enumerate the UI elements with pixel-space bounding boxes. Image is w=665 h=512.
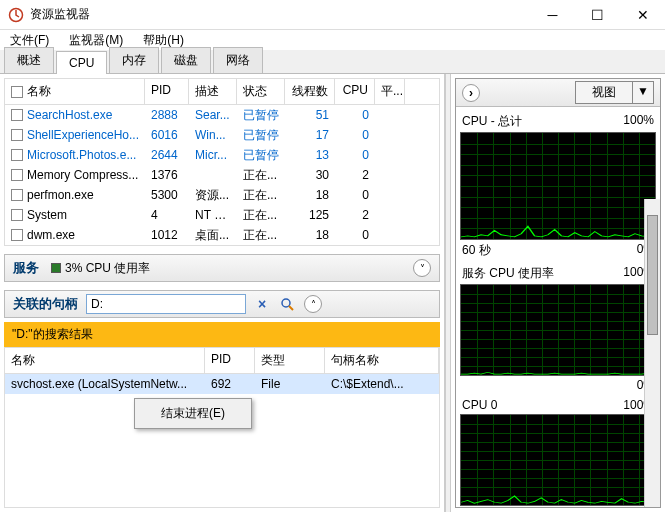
row-checkbox[interactable] [11, 129, 23, 141]
graph-canvas [460, 414, 656, 506]
right-panel: 视图 ▼ CPU - 总计100%60 秒0%服务 CPU 使用率100%0%C… [455, 78, 661, 508]
window-title: 资源监视器 [30, 6, 530, 23]
tab-network[interactable]: 网络 [213, 47, 263, 73]
dropdown-arrow-icon: ▼ [633, 81, 654, 104]
check-all[interactable] [11, 86, 23, 98]
graph-block: 服务 CPU 使用率100%0% [460, 263, 656, 394]
col-desc[interactable]: 描述 [189, 79, 237, 104]
row-checkbox[interactable] [11, 229, 23, 241]
hcol-name[interactable]: 名称 [5, 348, 205, 373]
context-menu-end-process[interactable]: 结束进程(E) [137, 401, 249, 426]
view-dropdown[interactable]: 视图 ▼ [575, 81, 654, 104]
graph-block: CPU - 总计100%60 秒0% [460, 111, 656, 261]
graph-title: CPU - 总计 [462, 113, 522, 130]
tab-overview[interactable]: 概述 [4, 47, 54, 73]
menubar: 文件(F) 监视器(M) 帮助(H) [0, 30, 665, 50]
services-section-header[interactable]: 服务 3% CPU 使用率 [4, 254, 440, 282]
table-row[interactable]: ShellExperienceHo...6016Win...已暂停170 [5, 125, 439, 145]
splitter[interactable] [445, 74, 451, 512]
chevron-up-icon[interactable]: ˄ [304, 295, 322, 313]
services-stat: 3% CPU 使用率 [51, 260, 150, 277]
graph-max: 100% [623, 113, 654, 130]
close-button[interactable]: ✕ [620, 0, 665, 30]
process-table: 名称 PID 描述 状态 线程数 CPU 平... SearchHost.exe… [4, 78, 440, 246]
row-checkbox[interactable] [11, 209, 23, 221]
scrollbar-thumb[interactable] [647, 215, 658, 335]
row-checkbox[interactable] [11, 169, 23, 181]
table-row[interactable]: Microsoft.Photos.e...2644Micr...已暂停130 [5, 145, 439, 165]
hcol-type[interactable]: 类型 [255, 348, 325, 373]
graph-canvas [460, 132, 656, 240]
left-panel: 名称 PID 描述 状态 线程数 CPU 平... SearchHost.exe… [0, 74, 445, 512]
graph-block: CPU 0100% [460, 396, 656, 506]
clear-search-icon[interactable]: × [254, 296, 270, 312]
context-menu: 结束进程(E) [134, 398, 252, 429]
graph-title: 服务 CPU 使用率 [462, 265, 554, 282]
table-row[interactable]: perfmon.exe5300资源...正在...180 [5, 185, 439, 205]
stat-color-box [51, 263, 61, 273]
graph-title: CPU 0 [462, 398, 497, 412]
scrollbar-vertical[interactable] [644, 199, 660, 507]
handle-search-input[interactable] [86, 294, 246, 314]
search-icon[interactable] [278, 295, 296, 313]
titlebar: 资源监视器 ─ ☐ ✕ [0, 0, 665, 30]
svg-point-1 [282, 299, 290, 307]
tab-cpu[interactable]: CPU [56, 51, 107, 74]
table-row[interactable]: System4NT K...正在...1252 [5, 205, 439, 225]
handles-section-header: 关联的句柄 × ˄ [4, 290, 440, 318]
row-checkbox[interactable] [11, 189, 23, 201]
collapse-right-icon[interactable] [462, 84, 480, 102]
col-cpu[interactable]: CPU [335, 79, 375, 104]
tabbar: 概述 CPU 内存 磁盘 网络 [0, 50, 665, 74]
table-row[interactable]: dwm.exe1012桌面...正在...180 [5, 225, 439, 245]
row-checkbox[interactable] [11, 109, 23, 121]
tab-disk[interactable]: 磁盘 [161, 47, 211, 73]
row-checkbox[interactable] [11, 149, 23, 161]
col-avg[interactable]: 平... [375, 79, 405, 104]
col-status[interactable]: 状态 [237, 79, 285, 104]
graph-canvas [460, 284, 656, 376]
table-row[interactable]: svchost.exe (LocalSystemNetw...692FileC:… [5, 374, 439, 394]
minimize-button[interactable]: ─ [530, 0, 575, 30]
handles-title: 关联的句柄 [13, 295, 78, 313]
maximize-button[interactable]: ☐ [575, 0, 620, 30]
right-panel-header: 视图 ▼ [456, 79, 660, 107]
col-pid[interactable]: PID [145, 79, 189, 104]
table-row[interactable]: SearchHost.exe2888Sear...已暂停510 [5, 105, 439, 125]
col-name[interactable]: 名称 [27, 83, 51, 100]
graph-xlabel: 60 秒 [462, 242, 491, 259]
table-row[interactable]: Memory Compress...1376正在...302 [5, 165, 439, 185]
hcol-hname[interactable]: 句柄名称 [325, 348, 439, 373]
tab-memory[interactable]: 内存 [109, 47, 159, 73]
services-title: 服务 [13, 259, 39, 277]
handles-table-header: 名称 PID 类型 句柄名称 [5, 348, 439, 374]
col-threads[interactable]: 线程数 [285, 79, 335, 104]
app-icon [8, 7, 24, 23]
hcol-pid[interactable]: PID [205, 348, 255, 373]
chevron-down-icon[interactable] [413, 259, 431, 277]
search-results-banner: "D:"的搜索结果 [4, 322, 440, 347]
process-table-header: 名称 PID 描述 状态 线程数 CPU 平... [5, 79, 439, 105]
